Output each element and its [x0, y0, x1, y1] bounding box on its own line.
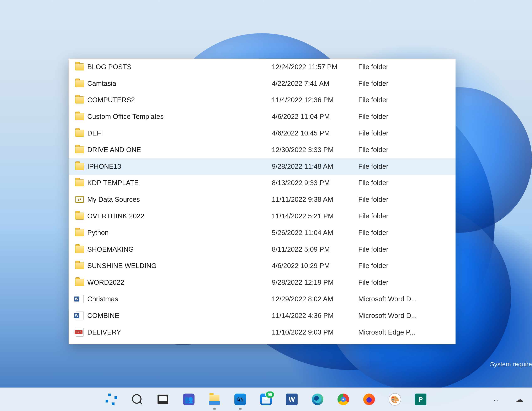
file-type: Microsoft Word D...: [358, 295, 453, 303]
file-date: 8/13/2022 9:33 PM: [272, 179, 358, 187]
taskbar-taskview-button[interactable]: [154, 391, 172, 408]
file-list[interactable]: BLOG POSTS12/24/2022 11:57 PMFile folder…: [69, 59, 456, 341]
taskbar-firefox-button[interactable]: [360, 391, 378, 408]
file-row[interactable]: Python5/26/2022 11:04 AMFile folder: [69, 224, 456, 241]
folder-icon: [75, 80, 84, 87]
taskbar-chrome-button[interactable]: [334, 391, 352, 408]
file-explorer-window[interactable]: BLOG POSTS12/24/2022 11:57 PMFile folder…: [69, 59, 456, 344]
file-name: OVERTHINK 2022: [85, 212, 272, 220]
file-type: File folder: [358, 245, 453, 253]
activation-watermark: System requirer: [490, 361, 532, 368]
taskbar-mail-button[interactable]: 99: [257, 391, 275, 408]
folder-icon: [75, 212, 84, 220]
file-row[interactable]: OVERTHINK 202211/14/2022 5:21 PMFile fol…: [69, 208, 456, 224]
folder-icon: [75, 96, 84, 104]
running-indicator: [213, 408, 216, 410]
chevron-up-icon: ︿: [493, 395, 499, 404]
taskbar[interactable]: 99 ︿: [0, 388, 532, 411]
file-row[interactable]: SHOEMAKING8/11/2022 5:09 PMFile folder: [69, 241, 456, 258]
firefox-icon: [363, 393, 375, 405]
taskbar-teams-button[interactable]: [180, 391, 198, 408]
file-type: Microsoft Edge P...: [358, 328, 453, 336]
running-indicator: [239, 408, 242, 410]
file-type: File folder: [358, 146, 453, 154]
file-name: Christmas: [85, 295, 272, 303]
file-date: 4/6/2022 10:29 PM: [272, 262, 358, 270]
folder-icon: [75, 113, 84, 120]
file-row[interactable]: COMPUTERS211/4/2022 12:36 PMFile folder: [69, 92, 456, 108]
tray-overflow-button[interactable]: ︿: [487, 391, 505, 408]
file-type: File folder: [358, 63, 453, 71]
file-name: DEFI: [85, 129, 272, 137]
publisher-icon: [415, 393, 427, 405]
word-icon: [76, 295, 84, 303]
file-date: 12/24/2022 11:57 PM: [272, 63, 358, 71]
file-row[interactable]: Camtasia4/22/2022 7:41 AMFile folder: [69, 75, 456, 92]
file-date: 11/4/2022 12:36 PM: [272, 96, 358, 104]
cloud-icon: [515, 395, 523, 404]
file-explorer-icon: [209, 393, 220, 405]
file-type: File folder: [358, 113, 453, 121]
file-row[interactable]: COMBINE11/14/2022 4:36 PMMicrosoft Word …: [69, 307, 456, 324]
folder-icon: [75, 279, 84, 286]
word-icon: [76, 311, 84, 320]
folder-icon: [75, 229, 84, 236]
file-type: Microsoft Word D...: [358, 312, 453, 320]
taskbar-store-button[interactable]: [231, 391, 249, 408]
tray-onedrive-button[interactable]: [510, 391, 528, 408]
task-view-icon: [158, 395, 168, 404]
file-row[interactable]: DRIVE AND ONE12/30/2022 3:33 PMFile fold…: [69, 142, 456, 158]
file-date: 4/6/2022 10:45 PM: [272, 129, 358, 137]
file-date: 8/11/2022 5:09 PM: [272, 245, 358, 253]
file-row[interactable]: Christmas12/29/2022 8:02 AMMicrosoft Wor…: [69, 291, 456, 307]
folder-icon: [75, 179, 84, 186]
folder-icon: [75, 63, 84, 70]
taskbar-publisher-button[interactable]: [412, 391, 429, 408]
taskbar-word-button[interactable]: [283, 391, 301, 408]
file-name: Python: [85, 229, 272, 237]
file-type: File folder: [358, 179, 453, 187]
file-name: COMBINE: [85, 312, 272, 320]
taskbar-explorer-button[interactable]: [206, 391, 223, 408]
file-name: BLOG POSTS: [85, 63, 272, 71]
file-type: File folder: [358, 96, 453, 104]
taskbar-paint-button[interactable]: [386, 391, 404, 408]
file-date: 9/28/2022 11:48 AM: [272, 162, 358, 170]
file-row[interactable]: WORD20229/28/2022 12:19 PMFile folder: [69, 274, 456, 291]
taskbar-search-button[interactable]: [128, 391, 146, 408]
file-row[interactable]: DELIVERY11/10/2022 9:03 PMMicrosoft Edge…: [69, 324, 456, 341]
file-type: File folder: [358, 212, 453, 220]
file-name: Custom Office Templates: [85, 113, 272, 121]
file-name: SHOEMAKING: [85, 245, 272, 253]
file-date: 5/26/2022 11:04 AM: [272, 229, 358, 237]
file-name: WORD2022: [85, 278, 272, 286]
paint-icon: [389, 393, 401, 406]
file-type: File folder: [358, 278, 453, 286]
file-name: DRIVE AND ONE: [85, 146, 272, 154]
word-icon: [286, 393, 298, 405]
folder-icon: [75, 130, 84, 137]
file-row[interactable]: Custom Office Templates4/6/2022 11:04 PM…: [69, 108, 456, 125]
badge: 99: [265, 391, 275, 398]
file-row[interactable]: My Data Sources11/11/2022 9:38 AMFile fo…: [69, 191, 456, 208]
file-name: IPHONE13: [85, 162, 272, 170]
folder-icon: [75, 262, 84, 269]
file-date: 11/14/2022 4:36 PM: [272, 312, 358, 320]
microsoft-store-icon: [234, 393, 246, 405]
taskbar-start-button[interactable]: [103, 391, 120, 408]
folder-icon: [75, 246, 84, 253]
file-date: 11/11/2022 9:38 AM: [272, 196, 358, 203]
file-type: File folder: [358, 229, 453, 237]
file-row[interactable]: SUNSHINE WELDING4/6/2022 10:29 PMFile fo…: [69, 258, 456, 274]
file-row[interactable]: BLOG POSTS12/24/2022 11:57 PMFile folder: [69, 59, 456, 75]
folder-icon: [75, 146, 84, 153]
file-row[interactable]: IPHONE139/28/2022 11:48 AMFile folder: [69, 158, 456, 175]
file-date: 12/30/2022 3:33 PM: [272, 146, 358, 154]
file-type: File folder: [358, 129, 453, 137]
taskbar-edge-button[interactable]: [309, 391, 326, 408]
file-name: KDP TEMPLATE: [85, 179, 272, 187]
file-row[interactable]: KDP TEMPLATE8/13/2022 9:33 PMFile folder: [69, 175, 456, 191]
file-row[interactable]: DEFI4/6/2022 10:45 PMFile folder: [69, 125, 456, 142]
file-type: File folder: [358, 162, 453, 170]
edge-icon: [312, 393, 323, 405]
